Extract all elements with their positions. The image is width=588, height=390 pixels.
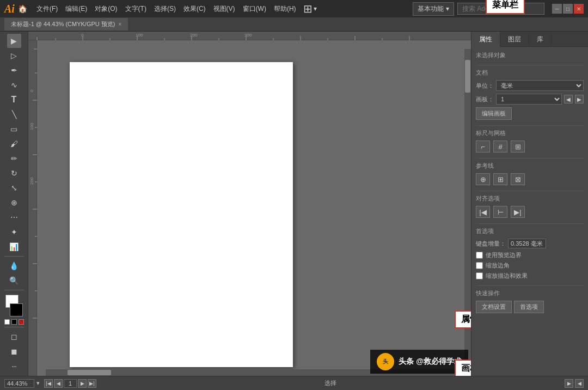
menu-select[interactable]: 选择(S) [150, 0, 180, 17]
doc-settings-button[interactable]: 文档设置 [476, 301, 512, 313]
scale-corners-checkbox[interactable] [476, 262, 483, 269]
none-color[interactable] [4, 319, 10, 325]
keyboard-increment-input[interactable] [508, 239, 546, 248]
artboard-annotation-label: 画板 [455, 359, 471, 376]
workspace-button[interactable]: 基本功能 ▾ [413, 2, 454, 16]
scale-strokes-row: 缩放描边和效果 [476, 272, 584, 280]
preview-bounds-checkbox[interactable] [476, 252, 483, 259]
edit-artboard-button[interactable]: 编辑画板 [476, 107, 512, 120]
tab-close-button[interactable]: × [118, 21, 121, 27]
unit-select[interactable]: 毫米 [496, 80, 584, 91]
type-tool[interactable]: T [7, 93, 21, 107]
tab-title: 未标题-1 @ 44.43% (CMYK/GPU 预览) [11, 20, 115, 28]
line-tool[interactable]: ╲ [7, 107, 21, 121]
direct-select-tool[interactable]: ▷ [7, 48, 21, 63]
menu-window[interactable]: 窗口(W) [239, 0, 270, 17]
warp-tool[interactable]: ⊕ [7, 196, 21, 210]
column-graph-tool[interactable]: 📊 [7, 240, 21, 254]
select-tool[interactable]: ▶ [7, 34, 21, 48]
svg-text:100: 100 [29, 123, 34, 130]
align-right-icon[interactable]: ▶| [511, 206, 525, 218]
default-color[interactable] [19, 319, 24, 325]
rotate-tool[interactable]: ↻ [7, 166, 21, 180]
align-center-icon[interactable]: ⊢ [493, 206, 507, 218]
keyboard-increment-row: 键盘增量： [476, 239, 584, 248]
menu-effect[interactable]: 效果(C) [180, 0, 210, 17]
align-left-icon[interactable]: |◀ [476, 206, 490, 218]
active-tab[interactable]: 未标题-1 @ 44.43% (CMYK/GPU 预览) × [4, 18, 128, 31]
menu-edit[interactable]: 编辑(E) [62, 0, 91, 17]
swap-color[interactable] [11, 319, 17, 325]
guides-icon-3[interactable]: ⊠ [511, 173, 525, 185]
menubar-annotation-label: 菜单栏 [486, 0, 525, 14]
guides-label: 参考线 [476, 162, 584, 170]
horizontal-scroll-thumb[interactable] [68, 370, 111, 375]
section-divider-4 [476, 191, 584, 191]
menu-type[interactable]: 文字(T) [121, 0, 150, 17]
artboard-play-btn[interactable]: ▶ [565, 379, 573, 388]
svg-text:0: 0 [81, 33, 84, 38]
eyedropper-tool[interactable]: 💧 [7, 259, 21, 273]
artboard-next-btn[interactable]: ▶ [575, 95, 584, 103]
right-panel: 属性 图层 库 未选择对象 文档 单位： 毫米 画板： [471, 32, 588, 376]
main-layout: ▶ ▷ ✒ ∿ T ╲ ▭ 🖌 ✏ ↻ ⤡ ⊕ ⋯ ✦ 📊 💧 🔍 [0, 32, 588, 376]
document-section: 文档 单位： 毫米 画板： 1 ◀ ▶ 编辑画板 [476, 69, 584, 120]
pixel-grid-icon-btn[interactable]: ⊞ [511, 141, 525, 153]
artboard-prev-btn[interactable]: ◀ [564, 95, 573, 103]
menu-view[interactable]: 视图(V) [210, 0, 239, 17]
maximize-button[interactable]: □ [563, 4, 573, 14]
artboard-collapse-btn[interactable]: ◀ [575, 379, 584, 388]
blend-tool[interactable]: ⋯ [7, 210, 21, 224]
dropdown-arrow-icon[interactable]: ▾ [314, 5, 317, 13]
artboard-nav: ▶ ◀ [565, 379, 584, 388]
last-page-btn[interactable]: ▶| [88, 379, 96, 388]
prev-page-btn[interactable]: ◀ [54, 379, 63, 388]
menu-file[interactable]: 文件(F) [33, 0, 62, 17]
canvas-viewport[interactable]: 属性栏 画板 [37, 40, 471, 376]
zoom-dropdown-arrow[interactable]: ▾ [36, 380, 40, 387]
toolbar-divider [4, 256, 24, 257]
pen-tool[interactable]: ✒ [7, 63, 21, 77]
tab-properties[interactable]: 属性 [471, 32, 500, 47]
rectangle-tool[interactable]: ▭ [7, 122, 21, 136]
close-button[interactable]: ✕ [574, 4, 584, 14]
screen-mode[interactable]: ◼ [7, 344, 21, 358]
ruler-grid-section: 标尺与网格 ⌐ # ⊞ [476, 129, 584, 153]
next-page-btn[interactable]: ▶ [78, 379, 87, 388]
menu-object[interactable]: 对象(O) [91, 0, 121, 17]
grid-icon[interactable]: ⊞ [303, 2, 313, 15]
scale-tool[interactable]: ⤡ [7, 181, 21, 195]
tab-layers[interactable]: 图层 [500, 32, 529, 47]
menu-help[interactable]: 帮助(H) [270, 0, 300, 17]
scale-corners-label: 缩放边角 [486, 261, 510, 270]
symbol-sprayer-tool[interactable]: ✦ [7, 225, 21, 239]
zoom-input[interactable] [4, 379, 34, 388]
guides-icon-2[interactable]: ⊞ [493, 173, 507, 185]
first-page-btn[interactable]: |◀ [44, 379, 53, 388]
zoom-tool[interactable]: 🔍 [7, 273, 21, 288]
vertical-scroll-thumb[interactable] [465, 60, 470, 93]
ruler-grid-label: 标尺与网格 [476, 129, 584, 137]
home-icon[interactable]: 🏠 [18, 4, 27, 13]
guides-icon-1[interactable]: ⊕ [476, 173, 490, 185]
more-tools[interactable]: ··· [7, 359, 21, 373]
quick-actions-section: 快速操作 文档设置 首选项 [476, 289, 584, 313]
grid-icon-btn[interactable]: # [493, 141, 507, 153]
draw-mode-normal[interactable]: ◻ [7, 330, 21, 344]
minimize-button[interactable]: ─ [552, 4, 562, 14]
preview-bounds-row: 使用预览边界 [476, 251, 584, 259]
page-number-input[interactable] [64, 379, 77, 388]
background-color[interactable] [10, 303, 23, 316]
ruler-icon-btn[interactable]: ⌐ [476, 141, 490, 153]
artboard-select[interactable]: 1 [496, 94, 562, 105]
color-swatch [4, 295, 24, 316]
tab-library[interactable]: 库 [529, 32, 552, 47]
keyboard-increment-label: 键盘增量： [476, 240, 506, 248]
preferences-button[interactable]: 首选项 [514, 301, 544, 313]
pencil-tool[interactable]: ✏ [7, 151, 21, 166]
scale-strokes-checkbox[interactable] [476, 272, 483, 279]
artboard-canvas [70, 62, 293, 367]
curvature-tool[interactable]: ∿ [7, 78, 21, 92]
paintbrush-tool[interactable]: 🖌 [7, 137, 21, 151]
watermark-inner: 头 头条 @救必得学术 [370, 350, 468, 374]
